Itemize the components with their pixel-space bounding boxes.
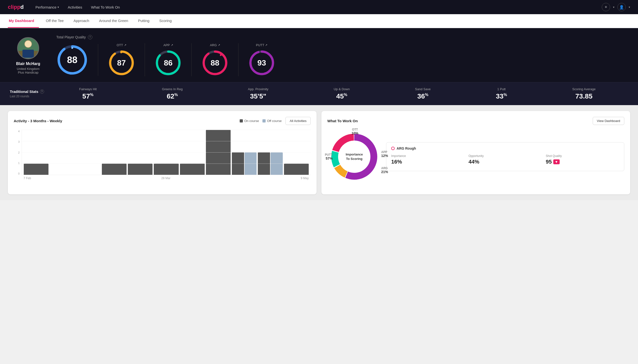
arrow-up-right-icon-2: ↗ [171, 44, 173, 47]
stat-name: Fairways Hit [79, 87, 97, 91]
donut-center: ImportanceTo Scoring [346, 152, 363, 161]
stats-label: Traditional Stats ? [10, 90, 47, 94]
bar [128, 164, 152, 175]
info-card-title: ARG Rough [391, 146, 619, 150]
tab-putting[interactable]: Putting [133, 14, 154, 28]
player-handicap: Plus Handicap [18, 71, 39, 74]
stat-value-7: 73.85 [572, 92, 595, 100]
score-circles: 88 OTT ↗ 87 [56, 43, 628, 76]
score-arg: ARG ↗ 88 [192, 43, 239, 76]
avatar-image [18, 37, 39, 58]
stat-greens-in-reg: Greens In Reg 62% [162, 87, 183, 100]
arrow-up-right-icon: ↗ [124, 44, 126, 47]
chart-area [22, 130, 311, 175]
app-segment-label: APP 12% [381, 150, 388, 158]
chevron-down-icon: ▾ [58, 6, 59, 9]
tab-around-the-green[interactable]: Around the Green [94, 14, 133, 28]
putt-label: PUTT ↗ [256, 43, 268, 47]
stat-value-4: 45% [334, 92, 350, 100]
svg-point-4 [25, 40, 31, 47]
metric-name-3: Shot Quality [546, 154, 619, 158]
score-overall: 88 [56, 44, 98, 76]
tpq-label: Total Player Quality ? [56, 35, 628, 39]
ott-value: 87 [117, 58, 126, 68]
stat-scoring-avg: Scoring Average 73.85 [572, 87, 595, 100]
tab-off-the-tee[interactable]: Off the Tee [41, 14, 69, 28]
arrow-up-right-icon-4: ↗ [265, 44, 267, 47]
nav-links: Performance ▾ Activities What To Work On [36, 5, 602, 9]
stat-name-2: Greens In Reg [162, 87, 183, 91]
stat-value-5: 36% [415, 92, 431, 100]
arg-label: ARG ↗ [210, 43, 220, 47]
bar [284, 164, 309, 175]
tabs-bar: My Dashboard Off the Tee Approach Around… [0, 14, 638, 28]
activity-card: Activity - 3 Months - Weekly On course O… [8, 111, 317, 194]
nav-right: + ▾ 👤 ▾ [602, 3, 630, 11]
add-button[interactable]: + [602, 3, 610, 11]
arrow-up-right-icon-3: ↗ [218, 44, 220, 47]
wtwon-title: What To Work On [327, 119, 593, 123]
bar [102, 164, 127, 175]
overall-value: 88 [67, 54, 77, 65]
stat-value-6: 33% [496, 92, 507, 100]
stat-up-and-down: Up & Down 45% [334, 87, 350, 100]
chart-title: Activity - 3 Months - Weekly [14, 119, 236, 123]
stat-name-3: App. Proximity [248, 87, 269, 91]
hero-section: Blair McHarg United Kingdom Plus Handica… [0, 28, 638, 82]
ott-segment-label: OTT 10% [352, 128, 358, 135]
player-name: Blair McHarg [16, 62, 40, 66]
metric-value-3: 95 ▼ [546, 159, 619, 165]
metric-name-1: Importance [391, 154, 465, 158]
info-metrics: Importance 16% Opportunity 44% Shot Qual… [391, 154, 619, 165]
legend-off-course: Off course [263, 119, 282, 123]
donut-area: ImportanceTo Scoring PUTT 57% OTT 10% AP… [327, 130, 381, 184]
metric-opportunity: Opportunity 44% [469, 154, 542, 165]
bar [24, 164, 49, 175]
stat-one-putt: 1 Putt 33% [496, 87, 507, 100]
player-country: United Kingdom [17, 67, 40, 71]
stat-name-4: Up & Down [334, 87, 350, 91]
svg-rect-3 [23, 50, 34, 58]
wtwon-body: ImportanceTo Scoring PUTT 57% OTT 10% AP… [327, 130, 624, 184]
logo[interactable]: clippd [8, 4, 24, 10]
y-axis: 4 3 2 1 0 [14, 130, 20, 175]
wtwon-card: What To Work On View Dashboard [321, 111, 630, 194]
tab-scoring[interactable]: Scoring [154, 14, 176, 28]
bar [180, 164, 205, 175]
user-chevron-icon: ▾ [629, 6, 630, 9]
player-info: Blair McHarg United Kingdom Plus Handica… [10, 37, 47, 74]
stat-name-6: 1 Putt [496, 87, 507, 91]
all-activities-button[interactable]: All Activities [285, 117, 311, 125]
stats-help-icon[interactable]: ? [40, 90, 44, 94]
nav-link-performance[interactable]: Performance ▾ [36, 5, 59, 9]
wtwon-header: What To Work On View Dashboard [327, 117, 624, 125]
bar-chart: 4 3 2 1 0 7 Feb 28 Mar 9 May [14, 130, 311, 188]
tab-approach[interactable]: Approach [69, 14, 94, 28]
legend: On course Off course [240, 119, 282, 123]
nav-link-what-to-work-on[interactable]: What To Work On [91, 5, 120, 9]
chevron-small-icon: ▾ [613, 6, 614, 9]
stats-bar: Traditional Stats ? Last 20 rounds Fairw… [0, 82, 638, 105]
x-axis: 7 Feb 28 Mar 9 May [22, 176, 311, 180]
arg-value: 88 [210, 58, 219, 68]
metric-value-1: 16% [391, 159, 465, 165]
on-course-dot [240, 119, 243, 122]
help-icon[interactable]: ? [88, 35, 92, 39]
putt-value: 93 [257, 58, 266, 68]
user-button[interactable]: 👤 [617, 3, 626, 11]
arg-segment-label: ARG 21% [381, 166, 388, 174]
off-course-dot [263, 119, 266, 122]
view-dashboard-button[interactable]: View Dashboard [593, 117, 624, 125]
avatar [17, 37, 39, 59]
stat-app-proximity: App. Proximity 35'5" [248, 87, 269, 100]
app-value: 86 [164, 58, 173, 68]
stat-value-2: 62% [162, 92, 183, 100]
legend-on-course: On course [240, 119, 259, 123]
tab-my-dashboard[interactable]: My Dashboard [8, 14, 39, 28]
stat-name-7: Scoring Average [572, 87, 595, 91]
flag-icon: ▼ [553, 160, 560, 164]
stats-sublabel: Last 20 rounds [10, 94, 47, 98]
nav-link-activities[interactable]: Activities [68, 5, 82, 9]
info-card: ARG Rough Importance 16% Opportunity 44%… [386, 142, 624, 171]
stat-name-5: Sand Save [415, 87, 431, 91]
